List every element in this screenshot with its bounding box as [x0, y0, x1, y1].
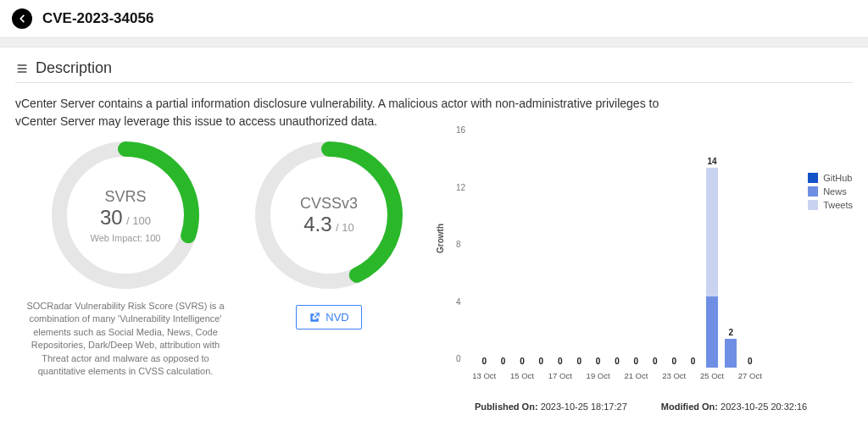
- nvd-label: NVD: [326, 311, 348, 324]
- bar-total-label: 0: [596, 357, 601, 366]
- published-label: Published On:: [475, 401, 538, 412]
- cvss-gauge: CVSSv3 4.3 / 10: [253, 139, 405, 291]
- nvd-button[interactable]: NVD: [296, 305, 361, 329]
- published-value: 2023-10-25 18:17:27: [541, 401, 627, 412]
- y-axis-label: Growth: [436, 224, 445, 253]
- x-tick: 23 Oct: [662, 371, 686, 380]
- bar-total-label: 0: [558, 357, 563, 366]
- cvss-gauge-column: CVSSv3 4.3 / 10 NVD: [236, 139, 422, 412]
- modified-value: 2023-10-25 20:32:16: [721, 401, 807, 412]
- svrs-gauge-column: SVRS 30 / 100 Web Impact: 100 SOCRadar V…: [15, 139, 236, 412]
- bar-total-label: 0: [748, 357, 753, 366]
- back-button[interactable]: [12, 8, 32, 29]
- bar-total-label: 0: [653, 357, 658, 366]
- list-icon: [15, 62, 29, 75]
- content-row: SVRS 30 / 100 Web Impact: 100 SOCRadar V…: [15, 139, 853, 412]
- external-link-icon: [309, 312, 320, 324]
- x-tick: 15 Oct: [510, 371, 534, 380]
- bar-total-label: 0: [501, 357, 506, 366]
- bar-segment-news: [706, 296, 718, 368]
- x-tick: 27 Oct: [738, 371, 762, 380]
- bar-total-label: 0: [671, 357, 676, 366]
- chart-legend: GitHub News Tweets: [808, 173, 853, 213]
- bar-total-label: 0: [520, 357, 525, 366]
- svrs-gauge: SVRS 30 / 100 Web Impact: 100: [49, 139, 202, 291]
- modified-label: Modified On:: [661, 401, 718, 412]
- date-row: Published On: 2023-10-25 18:17:27 Modifi…: [439, 401, 853, 412]
- growth-chart: Growth 0481216 0000000000001420 13 Oct15…: [422, 139, 853, 412]
- bar-segment-news: [725, 339, 737, 368]
- bar-group: 14: [706, 168, 718, 368]
- bar-total-label: 0: [576, 357, 581, 366]
- x-tick: 17 Oct: [548, 371, 572, 380]
- bar-group: 2: [725, 339, 737, 368]
- bar-total-label: 0: [539, 357, 544, 366]
- svrs-description: SOCRadar Vulnerability Risk Score (SVRS)…: [19, 300, 231, 378]
- cvss-label: CVSSv3: [300, 195, 358, 213]
- x-tick: 25 Oct: [700, 371, 724, 380]
- bar-total-label: 2: [729, 328, 734, 337]
- y-tick: 16: [456, 125, 848, 135]
- svrs-max: / 100: [126, 214, 151, 227]
- legend-item-news: News: [808, 186, 853, 197]
- svrs-label: SVRS: [104, 188, 146, 206]
- x-tick: 21 Oct: [624, 371, 648, 380]
- legend-item-github: GitHub: [808, 173, 853, 183]
- cvss-max: / 10: [336, 221, 354, 234]
- svrs-value: 30: [100, 206, 123, 229]
- divider: [0, 37, 868, 47]
- page-title: CVE-2023-34056: [42, 10, 153, 27]
- svrs-sub: Web Impact: 100: [91, 233, 161, 243]
- section-title-text: Description: [36, 59, 112, 77]
- description-section: Description vCenter Server contains a pa…: [0, 47, 868, 412]
- page-header: CVE-2023-34056: [0, 0, 868, 37]
- bar-total-label: 0: [691, 357, 696, 366]
- x-tick: 13 Oct: [472, 371, 496, 380]
- bar-total-label: 0: [634, 357, 639, 366]
- legend-item-tweets: Tweets: [808, 200, 853, 210]
- bar-total-label: 14: [707, 157, 716, 166]
- bar-total-label: 0: [481, 357, 487, 366]
- chart-plot-area: 0000000000001420: [475, 139, 760, 368]
- x-axis: 13 Oct15 Oct17 Oct19 Oct21 Oct23 Oct25 O…: [475, 368, 760, 393]
- x-tick: 19 Oct: [587, 371, 610, 380]
- section-title: Description: [15, 59, 853, 83]
- cvss-value: 4.3: [303, 213, 331, 235]
- bar-total-label: 0: [615, 357, 620, 366]
- bar-segment-tweets: [706, 168, 718, 296]
